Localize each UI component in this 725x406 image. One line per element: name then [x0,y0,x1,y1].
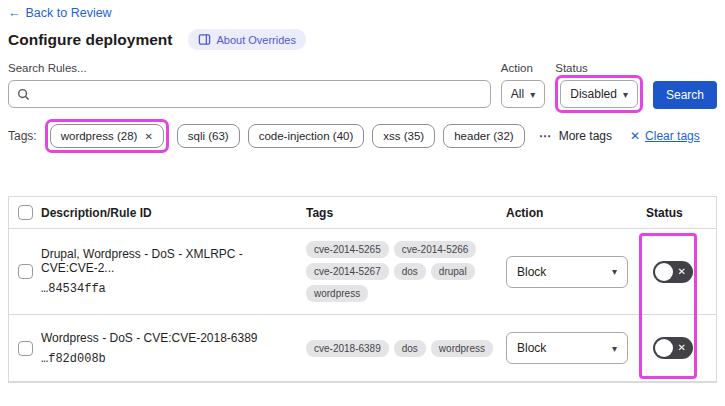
chevron-down-icon: ▾ [530,89,535,100]
rule-id: …f82d008b [41,352,296,366]
rule-tag: drupal [431,263,475,280]
column-header-status: Status [646,206,716,220]
configure-deployment-page: ← Back to Review Configure deployment Ab… [0,0,725,406]
toggle-x-icon: ✕ [678,342,686,353]
chevron-down-icon: ▾ [612,266,617,277]
status-filter-group: Status Disabled ▾ [555,62,643,113]
status-dropdown-annotation: Disabled ▾ [555,75,643,113]
row-checkbox-cell [9,264,41,279]
rule-tag: wordpress [431,340,493,357]
tag-filter-xss[interactable]: xss (35) [372,124,435,148]
rule-tag: dos [394,263,426,280]
rule-action-cell: Block ▾ [506,332,646,364]
chevron-down-icon: ▾ [612,343,617,354]
action-label: Action [501,62,545,74]
status-toggle-off[interactable]: ✕ [653,337,693,359]
column-header-description: Description/Rule ID [41,206,306,220]
tag-filter-label: xss (35) [383,130,424,142]
toggle-knob [655,339,673,357]
chevron-down-icon: ▾ [623,89,628,100]
back-arrow-icon: ← [8,6,21,20]
about-overrides-badge[interactable]: About Overrides [188,29,305,50]
action-select-value: Block [517,341,546,355]
toggle-x-icon: ✕ [678,266,686,277]
table-header-row: Description/Rule ID Tags Action Status [9,197,716,229]
about-overrides-label: About Overrides [216,34,295,46]
tag-filter-label: code-injection (40) [259,130,354,142]
back-link-label: Back to Review [26,6,112,20]
row-checkbox[interactable] [18,264,33,279]
column-header-tags: Tags [306,206,506,220]
rule-tag: wordpress [306,285,368,302]
action-select[interactable]: Block ▾ [506,256,628,288]
table-row: Drupal, Wordpress - DoS - XMLRPC - CVE:C… [9,229,716,315]
status-toggle-off[interactable]: ✕ [653,261,693,283]
rule-tags-cell: cve-2018-6389 dos wordpress [306,340,506,357]
clear-tags-link[interactable]: ✕ Clear tags [630,129,700,143]
more-tags-label: More tags [559,129,612,143]
search-button[interactable]: Search [653,81,717,109]
table-row: Wordpress - DoS - CVE:CVE-2018-6389 …f82… [9,315,716,382]
toggle-knob [655,263,673,281]
search-rules-label: Search Rules... [8,62,491,74]
tag-filter-wordpress[interactable]: wordpress (28) ✕ [50,124,164,148]
status-value: Disabled [570,87,617,101]
rule-tag: cve-2014-5265 [306,241,389,258]
ellipsis-icon: ⋯ [539,129,552,143]
tag-filter-label: wordpress (28) [61,130,138,142]
more-tags-button[interactable]: ⋯ More tags [539,129,612,143]
filter-row: Search Rules... Action All ▾ Status [8,62,717,113]
tag-filter-label: header (32) [454,130,513,142]
rule-status-cell: ✕ [646,337,716,359]
rule-status-cell: ✕ [646,261,716,283]
rule-description: Wordpress - DoS - CVE:CVE-2018-6389 [41,331,296,345]
book-icon [198,33,211,46]
action-select[interactable]: Block ▾ [506,332,628,364]
tags-label: Tags: [8,129,37,143]
clear-tags-label: Clear tags [645,129,700,143]
rule-description: Drupal, Wordpress - DoS - XMLRPC - CVE:C… [41,247,296,275]
action-select-value: Block [517,265,546,279]
rule-description-cell: Drupal, Wordpress - DoS - XMLRPC - CVE:C… [41,247,306,296]
rule-tag: cve-2014-5267 [306,263,389,280]
tag-filter-label: sqli (63) [188,130,229,142]
action-filter-group: Action All ▾ [501,62,545,108]
search-input[interactable] [36,87,482,101]
page-title: Configure deployment [8,31,172,49]
rule-id: …84534ffa [41,282,296,296]
title-row: Configure deployment About Overrides [8,29,306,50]
search-icon [17,88,30,101]
rule-tag: cve-2018-6389 [306,340,389,357]
rule-description-cell: Wordpress - DoS - CVE:CVE-2018-6389 …f82… [41,331,306,366]
tag-filter-code-injection[interactable]: code-injection (40) [248,124,365,148]
tag-filter-sqli[interactable]: sqli (63) [177,124,240,148]
select-all-checkbox[interactable] [18,205,33,220]
status-label: Status [555,62,643,74]
header-checkbox-cell [9,205,41,220]
status-dropdown[interactable]: Disabled ▾ [560,80,638,108]
rule-tag: cve-2014-5266 [394,241,477,258]
rules-table: Description/Rule ID Tags Action Status D… [8,196,717,383]
action-value: All [511,87,524,101]
search-group: Search Rules... [8,62,491,108]
rule-tag: dos [394,340,426,357]
close-icon: ✕ [630,129,640,143]
action-dropdown[interactable]: All ▾ [501,80,545,108]
active-tag-annotation: wordpress (28) ✕ [45,119,169,153]
close-icon[interactable]: ✕ [144,131,152,142]
tag-filter-header[interactable]: header (32) [443,124,524,148]
rule-action-cell: Block ▾ [506,256,646,288]
row-checkbox-cell [9,341,41,356]
column-header-action: Action [506,206,646,220]
search-input-box[interactable] [8,80,491,108]
back-to-review-link[interactable]: ← Back to Review [8,6,112,20]
tags-bar: Tags: wordpress (28) ✕ sqli (63) code-in… [8,119,700,153]
rule-tags-cell: cve-2014-5265 cve-2014-5266 cve-2014-526… [306,241,506,302]
row-checkbox[interactable] [18,341,33,356]
